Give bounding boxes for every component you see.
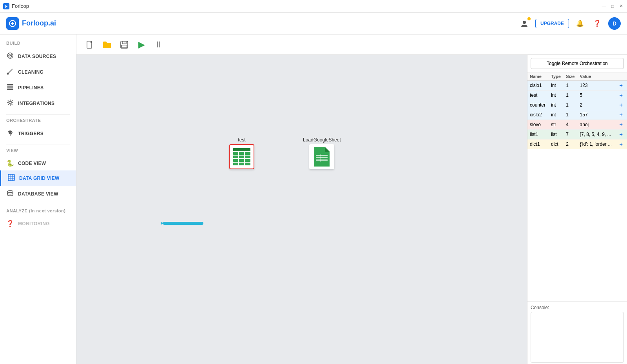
sidebar-item-code-view[interactable]: 🐍 CODE VIEW [0,156,76,170]
pipelines-svg [7,83,14,91]
table-row[interactable]: cislo2int1157+ [527,110,627,120]
svg-point-9 [7,73,9,75]
add-variable-btn-0[interactable]: + [618,82,624,89]
table-row[interactable]: list1list7[7, 8, 5, 4, 9, ...+ [527,130,627,139]
vars-table-header: Name Type Size Value [527,72,627,81]
close-button[interactable]: ✕ [618,4,624,9]
add-btn-0[interactable]: + [616,81,627,91]
table-row[interactable]: testint15+ [527,91,627,100]
add-variable-btn-5[interactable]: + [618,131,624,138]
user-avatar[interactable]: D [608,17,621,30]
table-row[interactable]: slovostr4ahoj+ [527,120,627,130]
console-output[interactable] [531,312,624,363]
svg-line-18 [8,100,9,101]
add-btn-6[interactable]: + [616,139,627,149]
add-variable-btn-2[interactable]: + [618,102,624,108]
title-bar-app-name: Forloop [12,3,29,9]
cell-name-0: cislo1 [527,81,549,91]
table-row[interactable]: dict1dict2{'id': 1, 'order ...+ [527,139,627,149]
variables-table: Name Type Size Value cislo1int1123+testi… [527,72,627,301]
content-area: ▶ ⏸ [76,34,627,364]
cell-name-4: slovo [527,120,549,130]
toggle-remote-orchestration-button[interactable]: Toggle Remote Orchestration [531,58,624,69]
triggers-svg [7,129,14,136]
svg-line-8 [9,70,12,73]
svg-rect-47 [239,159,244,162]
svg-rect-22 [8,174,14,181]
open-folder-button[interactable] [100,38,114,52]
toolbar: ▶ ⏸ [76,34,627,55]
cell-size-3: 1 [564,110,577,120]
add-variable-btn-3[interactable]: + [618,112,624,118]
node-sheets-box[interactable] [309,144,334,169]
sidebar-item-database-view[interactable]: DATABASE VIEW [0,186,76,202]
svg-rect-11 [7,87,13,88]
svg-rect-10 [7,84,13,85]
new-file-icon [85,40,94,49]
canvas-area[interactable]: test [76,55,527,364]
add-btn-3[interactable]: + [616,110,627,120]
db-svg [7,190,14,197]
add-btn-2[interactable]: + [616,100,627,110]
sidebar: BUILD DATA SOURCES [0,34,76,364]
run-button[interactable]: ▶ [134,38,149,52]
logo-text: Forloop.ai [22,19,56,27]
sidebar-item-data-sources[interactable]: DATA SOURCES [0,49,76,64]
console-section: Console: [527,301,627,364]
cell-size-0: 1 [564,81,577,91]
cell-name-6: dict1 [527,139,549,149]
database-view-icon [6,190,14,198]
sidebar-build-section: BUILD DATA SOURCES [0,41,76,111]
database-view-label: DATABASE VIEW [18,191,58,197]
cell-value-2: 2 [578,100,616,110]
help-icon[interactable]: ❓ [591,17,603,30]
save-button[interactable] [117,38,131,52]
pause-button[interactable]: ⏸ [152,38,166,52]
cell-value-0: 123 [578,81,616,91]
cell-type-3: int [549,110,564,120]
build-section-label: BUILD [0,41,76,49]
sidebar-item-pipelines[interactable]: PIPELINES [0,80,76,96]
cell-type-6: dict [549,139,564,149]
right-panel: Toggle Remote Orchestration Name Type Si… [527,55,627,364]
sidebar-item-data-grid-view[interactable]: DATA GRID VIEW [0,170,76,186]
data-sources-label: DATA SOURCES [18,54,56,59]
grid-svg [8,174,15,181]
node-test[interactable]: test [229,137,254,169]
svg-rect-51 [245,163,250,165]
save-icon [120,40,129,49]
svg-rect-52 [316,155,328,156]
notification-bell[interactable]: 🔔 [574,17,586,30]
add-variable-btn-1[interactable]: + [618,92,624,98]
cell-value-3: 157 [578,110,616,120]
pipelines-icon [6,83,14,92]
cell-type-5: list [549,130,564,139]
table-row[interactable]: cislo1int1123+ [527,81,627,91]
title-bar-controls[interactable]: — □ ✕ [601,4,624,9]
add-variable-btn-6[interactable]: + [618,141,624,147]
add-btn-1[interactable]: + [616,91,627,100]
upgrade-button[interactable]: UPGRADE [535,19,569,28]
new-file-button[interactable] [83,38,97,52]
sidebar-divider-2 [6,145,70,145]
add-btn-5[interactable]: + [616,130,627,139]
notification-wrapper[interactable] [518,17,531,30]
add-variable-btn-4[interactable]: + [618,121,624,128]
add-btn-4[interactable]: + [616,120,627,130]
svg-rect-44 [239,156,244,158]
sidebar-item-monitoring: ❓ MONITORING [0,216,76,231]
maximize-button[interactable]: □ [610,4,615,9]
col-value: Value [578,72,616,81]
minimize-button[interactable]: — [601,4,607,9]
svg-rect-49 [233,163,238,165]
node-load-google-sheet[interactable]: LoadGoogleSheet [303,137,341,169]
table-row[interactable]: counterint12+ [527,100,627,110]
sidebar-analyze-section: ANALYZE (In next version) ❓ MONITORING [0,208,76,231]
cell-value-1: 5 [578,91,616,100]
sidebar-item-triggers[interactable]: TRIGGERS [0,126,76,141]
vars-table-body: cislo1int1123+testint15+counterint12+cis… [527,81,627,149]
header-right: UPGRADE 🔔 ❓ D [518,17,621,30]
node-test-box[interactable] [229,144,254,169]
sidebar-item-integrations[interactable]: INTEGRATIONS [0,96,76,111]
sidebar-item-cleaning[interactable]: CLEANING [0,64,76,80]
